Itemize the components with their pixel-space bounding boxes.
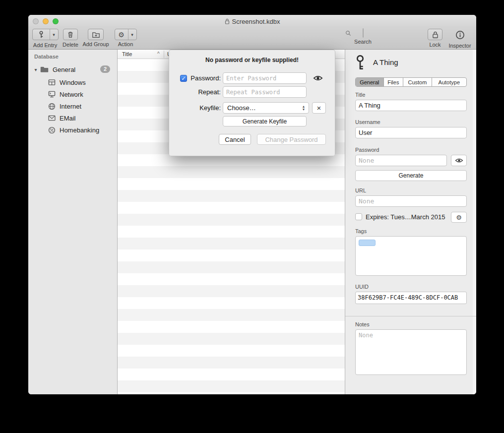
add-entry-button[interactable]: ▾ (32, 29, 59, 40)
delete-button[interactable] (63, 29, 78, 40)
column-header-title[interactable]: Title (122, 51, 132, 57)
close-x-icon: × (317, 104, 321, 112)
generate-keyfile-button[interactable]: Generate Keyfile (223, 116, 307, 126)
sidebar-item-label: Windows (60, 79, 86, 86)
password-field-label: Password (355, 147, 379, 153)
inspector-tabs: General Files Custom Autotype (355, 77, 467, 87)
window-title-area: Screenshot.kdbx (28, 15, 476, 28)
magnifier-icon (345, 30, 351, 36)
change-password-button[interactable]: Change Password (257, 134, 326, 145)
internet-globe-icon (48, 103, 56, 110)
tab-custom[interactable]: Custom (403, 78, 432, 86)
inspector-toolbar-item: Inspector (445, 29, 475, 49)
dialog-message: No password or keyfile supplied! (169, 57, 335, 63)
expires-settings-button[interactable]: ⚙ (451, 212, 467, 223)
eye-icon (313, 75, 323, 81)
add-group-toolbar-item: Add Group (81, 29, 111, 49)
username-field-label: Username (355, 119, 380, 125)
trash-icon (66, 30, 74, 39)
keyfile-popup-value: Choose… (227, 104, 300, 112)
username-field[interactable] (355, 127, 467, 138)
keyfile-popup[interactable]: Choose… ▲ ▼ (223, 102, 309, 114)
repeat-password-input[interactable] (223, 86, 307, 98)
add-group-button[interactable] (88, 29, 104, 40)
sidebar-item-label: Network (60, 91, 83, 98)
column-divider[interactable] (164, 51, 164, 58)
entry-title: A Thing (373, 58, 398, 66)
entry-count-badge: 2 (100, 65, 110, 73)
desktop-background: Screenshot.kdbx ▾ Add Entry (0, 0, 504, 433)
generate-password-button[interactable]: Generate (355, 170, 467, 181)
inspector-button[interactable] (455, 30, 465, 42)
password-field[interactable] (355, 155, 447, 166)
info-icon (455, 30, 465, 40)
title-field[interactable] (355, 100, 467, 111)
inspector-divider (345, 316, 476, 316)
titlebar[interactable]: Screenshot.kdbx (28, 15, 476, 28)
delete-label: Delete (62, 42, 79, 48)
notes-field[interactable] (355, 329, 467, 375)
sidebar-item-internet[interactable]: Internet (28, 100, 117, 112)
eye-icon (455, 158, 463, 163)
homebanking-icon (48, 126, 56, 134)
action-dropdown-arrow-icon[interactable]: ▾ (128, 29, 136, 40)
window-title: Screenshot.kdbx (232, 18, 280, 25)
sidebar-section-header: Database (34, 54, 59, 60)
padlock-icon (432, 31, 439, 39)
tab-general[interactable]: General (356, 78, 384, 86)
tags-label: Tags (355, 228, 367, 234)
popup-stepper-icon: ▲ ▼ (300, 105, 307, 111)
action-label: Action (114, 41, 137, 47)
sidebar-item-homebanking[interactable]: Homebanking (28, 124, 117, 136)
sidebar-item-label: Homebanking (60, 126, 99, 134)
disclosure-triangle-icon[interactable]: ▾ (32, 67, 39, 72)
cancel-button[interactable]: Cancel (219, 134, 251, 145)
lock-label: Lock (426, 42, 444, 48)
folder-plus-icon (92, 31, 100, 38)
add-entry-toolbar-item: ▾ Add Entry (31, 29, 60, 49)
repeat-label: Repeat: (169, 86, 221, 98)
entry-key-icon (353, 55, 367, 70)
tab-autotype[interactable]: Autotype (432, 78, 466, 86)
sidebar: Database ▾ General 2 Windows (28, 50, 118, 394)
network-icon (48, 91, 56, 98)
tab-files[interactable]: Files (384, 78, 404, 86)
lock-button[interactable] (428, 29, 442, 40)
url-field[interactable] (355, 195, 467, 207)
title-field-label: Title (355, 92, 365, 98)
sort-ascending-icon: ^ (157, 51, 160, 57)
email-icon (48, 115, 56, 121)
clear-keyfile-button[interactable]: × (312, 102, 326, 114)
sidebar-item-label: General (53, 66, 75, 73)
sidebar-item-network[interactable]: Network (28, 88, 117, 100)
toolbar: ▾ Add Entry Delete (28, 28, 476, 50)
show-password-button[interactable] (451, 155, 467, 166)
tag-pill[interactable] (359, 240, 376, 246)
expires-checkbox[interactable] (355, 213, 362, 220)
add-entry-label: Add Entry (31, 42, 60, 48)
app-window: Screenshot.kdbx ▾ Add Entry (28, 15, 476, 394)
password-label: Password: (169, 72, 221, 84)
uuid-field[interactable]: 38F629B7-FC4E-489C-8DCF-0CAB (355, 292, 467, 304)
gear-icon: ⚙ (456, 214, 462, 221)
sidebar-item-windows[interactable]: Windows (28, 76, 117, 88)
key-icon (33, 29, 50, 40)
password-input[interactable] (223, 72, 307, 84)
sidebar-item-general[interactable]: ▾ General 2 (28, 63, 117, 75)
show-password-button[interactable] (311, 72, 325, 84)
notes-label: Notes (355, 321, 370, 327)
document-lock-icon (225, 18, 230, 24)
sidebar-item-label: Internet (60, 103, 81, 110)
action-button[interactable]: ⚙ ▾ (115, 29, 137, 40)
url-field-label: URL (355, 187, 366, 193)
add-entry-dropdown-arrow-icon[interactable]: ▾ (50, 29, 58, 40)
search-field[interactable] (363, 28, 364, 38)
search-label: Search (305, 39, 421, 45)
tags-box[interactable] (355, 236, 467, 276)
lock-toolbar-item: Lock (426, 29, 444, 49)
add-group-label: Add Group (81, 41, 111, 47)
inspector-scrollbar[interactable] (473, 50, 476, 394)
delete-toolbar-item: Delete (62, 29, 79, 49)
uuid-label: UUID (355, 284, 369, 290)
sidebar-item-email[interactable]: EMail (28, 112, 117, 124)
